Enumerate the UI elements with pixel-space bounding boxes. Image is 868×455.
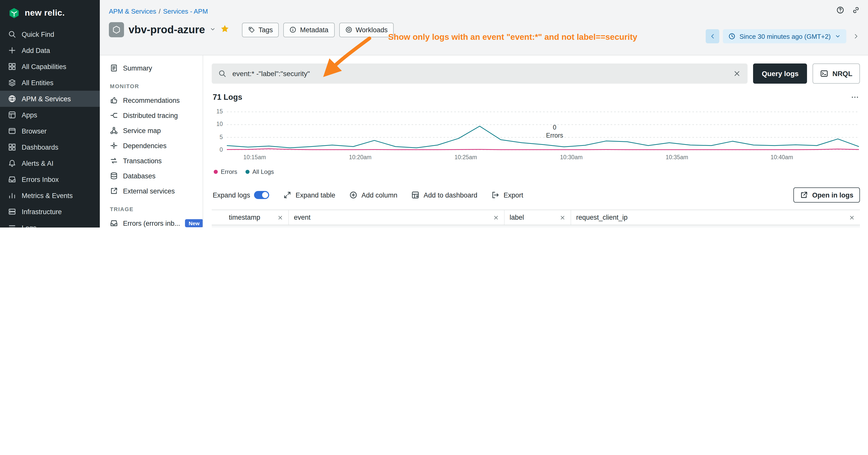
time-back-button[interactable] <box>706 29 719 43</box>
logs-timeseries-chart: 0 Errors 051015 <box>227 112 859 150</box>
metadata-button[interactable]: Metadata <box>283 23 335 37</box>
sidebar-item-apps[interactable]: Apps <box>0 107 100 123</box>
clock-icon <box>728 33 736 40</box>
y-axis-label: 10 <box>216 121 223 127</box>
external-icon <box>110 187 118 195</box>
tag-icon <box>248 26 255 33</box>
chart-legend: ErrorsAll Logs <box>214 168 860 175</box>
subnav-item-service-map[interactable]: Service map <box>100 123 203 138</box>
column-header-label: request_client_ip <box>576 214 627 221</box>
sidebar-item-metrics-events[interactable]: Metrics & Events <box>0 188 100 203</box>
sidebar-item-errors-inbox[interactable]: Errors Inbox <box>0 171 100 188</box>
stack-icon <box>8 78 16 87</box>
remove-column-icon[interactable] <box>493 215 499 221</box>
nrql-button-label: NRQL <box>833 69 852 77</box>
logs-table-header: timestampeventlabelrequest_client_ip <box>212 210 860 225</box>
y-axis-label: 5 <box>219 134 223 140</box>
infra-icon <box>8 207 16 216</box>
logs-count-title: 71 Logs <box>213 93 242 102</box>
export-button[interactable]: Export <box>492 191 523 199</box>
remove-column-icon[interactable] <box>849 215 855 221</box>
time-range-label: Since 30 minutes ago (GMT+2) <box>740 32 831 40</box>
log-filter-input[interactable] <box>231 69 728 78</box>
secondary-sidebar: SummaryMONITORRecommendationsDistributed… <box>100 56 203 228</box>
expand-logs-toggle[interactable] <box>254 191 270 199</box>
sidebar-item-apm-services[interactable]: APM & Services <box>0 91 100 107</box>
page-header: APM & Services/Services - APM vbv-prod-a… <box>100 0 868 56</box>
db-icon <box>110 172 118 180</box>
sidebar-item-infrastructure[interactable]: Infrastructure <box>0 203 100 220</box>
remove-column-icon[interactable] <box>277 215 283 221</box>
sidebar-item-label: Infrastructure <box>22 208 62 216</box>
subnav-item-recommendations[interactable]: Recommendations <box>100 93 203 108</box>
transactions-icon <box>110 157 118 165</box>
breadcrumb: APM & Services/Services - APM <box>109 7 208 15</box>
tags-button[interactable]: Tags <box>242 23 279 37</box>
expand-table-button[interactable]: Expand table <box>283 191 336 199</box>
legend-label: Errors <box>221 168 237 175</box>
breadcrumb-link-apm[interactable]: APM & Services <box>109 7 156 15</box>
sidebar-item-browser[interactable]: Browser <box>0 123 100 139</box>
subnav-item-external-services[interactable]: External services <box>100 184 203 198</box>
bell-icon <box>8 159 16 167</box>
breadcrumb-link-services[interactable]: Services - APM <box>163 7 208 15</box>
log-timestamp-cell <box>224 225 288 228</box>
x-axis-label: 10:30am <box>560 154 583 160</box>
sidebar-item-label: Alerts & AI <box>22 160 54 167</box>
column-header-label: timestamp <box>229 214 260 221</box>
subnav-item-errors-errors-inb[interactable]: Errors (errors inb...New <box>100 216 203 228</box>
nrql-icon <box>820 69 829 77</box>
sidebar-item-quick-find[interactable]: Quick Find <box>0 26 100 42</box>
x-axis-label: 10:20am <box>349 154 372 160</box>
expand-icon <box>283 191 291 199</box>
permalink-icon[interactable] <box>852 6 860 16</box>
right-region: APM & Services/Services - APM vbv-prod-a… <box>100 0 868 228</box>
sidebar-item-alerts-ai[interactable]: Alerts & AI <box>0 155 100 171</box>
subnav-item-label: Recommendations <box>123 97 180 104</box>
chart-x-axis: 10:15am10:20am10:25am10:30am10:35am10:40… <box>227 153 859 163</box>
favorite-star-icon[interactable] <box>220 24 229 35</box>
add-column-label: Add column <box>362 191 398 199</box>
new-relic-logo[interactable]: new relic. <box>0 0 100 26</box>
sidebar-item-label: Add Data <box>22 46 50 54</box>
legend-item-errors[interactable]: Errors <box>214 168 237 175</box>
sidebar-item-logs[interactable]: Logs <box>0 220 100 228</box>
subnav-item-databases[interactable]: Databases <box>100 168 203 184</box>
log-label-cell <box>504 225 570 228</box>
sidebar-item-dashboards[interactable]: Dashboards <box>0 139 100 155</box>
sidebar-item-all-entities[interactable]: All Entities <box>0 74 100 91</box>
add-to-dashboard-button[interactable]: Add to dashboard <box>411 191 477 199</box>
more-options-icon[interactable] <box>851 93 859 101</box>
nrql-button[interactable]: NRQL <box>813 64 860 84</box>
subnav-item-label: Transactions <box>123 157 162 164</box>
workloads-button[interactable]: Workloads <box>339 23 394 37</box>
section-header-monitor: MONITOR <box>100 75 203 93</box>
time-forward-button[interactable] <box>850 33 862 40</box>
inbox-icon <box>8 175 16 184</box>
subnav-item-distributed-tracing[interactable]: Distributed tracing <box>100 108 203 123</box>
entity-switcher-caret-icon[interactable] <box>210 25 216 34</box>
chevron-right-icon <box>853 33 859 39</box>
help-circle-icon[interactable] <box>836 6 844 16</box>
sidebar-item-label: Browser <box>22 127 46 135</box>
sidebar-item-all-capabilities[interactable]: All Capabilities <box>0 59 100 74</box>
subnav-item-summary[interactable]: Summary <box>100 61 203 75</box>
entity-hexagon-icon <box>109 22 124 37</box>
add-column-button[interactable]: Add column <box>349 191 398 199</box>
log-event-cell: JUQVU&code=eyJraWQiOiJjcGltY29yZV8wOTl1M… <box>288 225 504 228</box>
query-logs-button[interactable]: Query logs <box>753 64 807 84</box>
legend-item-all-logs[interactable]: All Logs <box>245 168 274 175</box>
remove-column-icon[interactable] <box>559 215 565 221</box>
logs-toolbar: Expand logs Expand table Add column Add … <box>213 188 860 202</box>
subnav-item-transactions[interactable]: Transactions <box>100 153 203 168</box>
time-range-pill[interactable]: Since 30 minutes ago (GMT+2) <box>723 29 846 43</box>
sidebar-item-add-data[interactable]: Add Data <box>0 42 100 59</box>
log-row[interactable]: JUQVU&code=eyJraWQiOiJjcGltY29yZV8wOTl1M… <box>212 225 860 228</box>
main-content: Query logs NRQL 71 Logs 0 Errors 051015 … <box>203 56 868 228</box>
clear-query-icon[interactable] <box>733 69 741 77</box>
subnav-item-dependencies[interactable]: Dependencies <box>100 138 203 153</box>
inbox-icon <box>110 219 118 227</box>
open-in-logs-button[interactable]: Open in logs <box>794 188 860 202</box>
column-header-label: event <box>294 214 310 221</box>
expand-logs-label: Expand logs <box>213 191 250 199</box>
